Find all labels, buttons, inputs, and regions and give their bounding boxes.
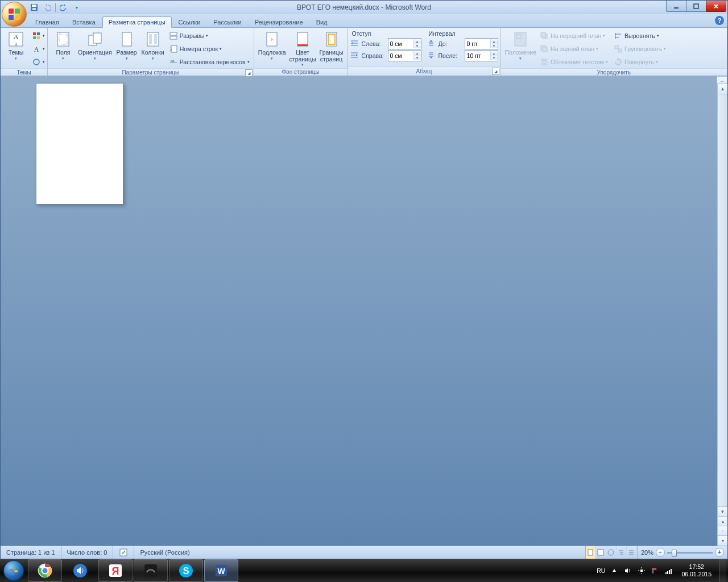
theme-colors-button[interactable]: ▾ <box>30 29 47 42</box>
view-outline[interactable] <box>617 546 627 559</box>
start-button[interactable] <box>0 559 27 582</box>
tab-page-layout[interactable]: Разметка страницы <box>102 16 172 28</box>
view-web-layout[interactable] <box>606 546 617 559</box>
taskbar-chrome[interactable] <box>28 559 62 582</box>
tray-show-hidden[interactable] <box>610 566 619 575</box>
space-after-icon <box>427 51 436 60</box>
theme-fonts-button[interactable]: A▾ <box>30 42 47 55</box>
align-button[interactable]: Выровнять ▾ <box>612 29 668 42</box>
zoom-slider[interactable] <box>667 552 713 554</box>
tray-clock[interactable]: 17:52 06.01.2015 <box>678 563 715 577</box>
indent-right-spinner[interactable]: ▲▼ <box>388 50 421 61</box>
tab-insert[interactable]: Вставка <box>66 16 102 27</box>
office-button[interactable] <box>2 2 27 27</box>
view-draft[interactable] <box>627 546 637 559</box>
themes-button[interactable]: Aa Темы <box>3 29 29 61</box>
position-button[interactable]: Положение <box>503 29 539 61</box>
tab-review[interactable]: Рецензирование <box>249 16 309 27</box>
space-before-input[interactable] <box>465 40 490 47</box>
maximize-button[interactable] <box>686 1 706 12</box>
scroll-track[interactable] <box>718 94 727 507</box>
text-wrap-button[interactable]: Обтекание текстом ▾ <box>538 55 610 68</box>
window-title: ВРОТ ЕГО немецкий.docx - Microsoft Word <box>1 3 727 11</box>
taskbar-word[interactable]: W <box>204 559 238 582</box>
taskbar-volume[interactable] <box>63 559 97 582</box>
indent-left-spinner[interactable]: ▲▼ <box>388 38 421 49</box>
spin-down[interactable]: ▼ <box>414 44 421 48</box>
tray-network-icon[interactable] <box>664 566 673 575</box>
rotate-button[interactable]: Повернуть ▾ <box>612 55 668 68</box>
help-button[interactable]: ? <box>715 16 724 25</box>
zoom-in-button[interactable]: + <box>715 548 724 557</box>
status-page[interactable]: Страница: 1 из 1 <box>1 546 61 559</box>
page-color-button[interactable]: Цвет страницы <box>288 29 318 68</box>
svg-text:bē: bē <box>171 59 175 63</box>
spin-down[interactable]: ▼ <box>491 56 498 60</box>
view-full-screen[interactable] <box>596 546 606 559</box>
tray-action-center-icon[interactable] <box>637 566 646 575</box>
taskbar-app-dark[interactable] <box>134 559 168 582</box>
document-area[interactable]: – ▲ ▼ ▴ ◦ ▾ <box>1 76 727 546</box>
zoom-level[interactable]: 20% <box>641 549 653 556</box>
vertical-scrollbar[interactable]: ▲ ▼ ▴ ◦ ▾ <box>717 84 727 546</box>
taskbar-skype[interactable]: S <box>169 559 203 582</box>
tab-mailings[interactable]: Рассылки <box>207 16 247 27</box>
undo-button[interactable] <box>42 2 52 13</box>
space-after-input[interactable] <box>465 52 490 59</box>
spin-down[interactable]: ▼ <box>491 44 498 48</box>
space-before-spinner[interactable]: ▲▼ <box>465 38 498 49</box>
zoom-thumb[interactable] <box>672 550 677 557</box>
show-desktop-button[interactable] <box>719 559 726 582</box>
borders-icon <box>322 30 341 48</box>
indent-right-input[interactable] <box>388 52 413 59</box>
save-button[interactable] <box>29 2 39 13</box>
spin-up[interactable]: ▲ <box>491 51 498 56</box>
paragraph-launcher[interactable]: ◢ <box>492 68 499 75</box>
group-page-background: A Подложка Цвет страницы Границы страниц… <box>254 28 348 76</box>
tab-home[interactable]: Главная <box>29 16 65 27</box>
status-word-count[interactable]: Число слов: 0 <box>61 546 114 559</box>
space-after-spinner[interactable]: ▲▼ <box>465 50 498 61</box>
spin-up[interactable]: ▲ <box>414 39 421 44</box>
qat-customize-dropdown[interactable]: ▾ <box>72 2 82 13</box>
tab-view[interactable]: Вид <box>310 16 334 27</box>
indent-left-input[interactable] <box>388 40 413 47</box>
taskbar-yandex[interactable]: Я <box>98 559 133 582</box>
redo-button[interactable] <box>59 2 69 13</box>
minimize-button[interactable] <box>666 1 686 12</box>
bringfront-icon <box>540 31 549 40</box>
hyphenation-button[interactable]: bēРасстановка переносов ▾ <box>167 55 251 68</box>
spin-down[interactable]: ▼ <box>414 56 421 60</box>
spin-up[interactable]: ▲ <box>491 39 498 44</box>
theme-effects-button[interactable]: ▾ <box>30 55 47 68</box>
close-button[interactable] <box>706 1 726 12</box>
line-numbers-button[interactable]: 12Номера строк ▾ <box>167 42 251 55</box>
margins-button[interactable]: Поля <box>50 29 76 61</box>
zoom-out-button[interactable]: − <box>656 548 665 557</box>
document-page[interactable] <box>36 83 123 205</box>
scroll-up-button[interactable]: ▲ <box>717 84 727 94</box>
page-borders-button[interactable]: Границы страниц <box>318 29 345 64</box>
svg-rect-8 <box>694 4 698 9</box>
spin-up[interactable]: ▲ <box>414 51 421 56</box>
tray-volume-icon[interactable] <box>623 566 632 575</box>
status-proofing[interactable] <box>113 546 134 559</box>
svg-rect-57 <box>144 564 157 577</box>
next-page-button[interactable]: ▾ <box>717 535 727 546</box>
tray-language[interactable]: RU <box>597 567 605 574</box>
view-print-layout[interactable] <box>586 546 596 559</box>
watermark-button[interactable]: A Подложка <box>257 29 288 61</box>
status-language[interactable]: Русский (Россия) <box>134 546 195 559</box>
tab-references[interactable]: Ссылки <box>172 16 207 27</box>
bring-front-button[interactable]: На передний план ▾ <box>538 29 610 42</box>
columns-button[interactable]: Колонки <box>140 29 166 61</box>
tray-flag-icon[interactable] <box>651 566 660 575</box>
breaks-label: Разрывы <box>180 32 205 39</box>
svg-text:W: W <box>217 567 225 576</box>
breaks-button[interactable]: Разрывы ▾ <box>167 29 251 42</box>
group-arrange: Положение На передний план ▾ На задний п… <box>501 28 727 76</box>
group-button[interactable]: Группировать ▾ <box>612 42 668 55</box>
size-button[interactable]: Размер <box>114 29 140 61</box>
orientation-button[interactable]: Ориентация <box>76 29 114 61</box>
send-back-button[interactable]: На задний план ▾ <box>538 42 610 55</box>
